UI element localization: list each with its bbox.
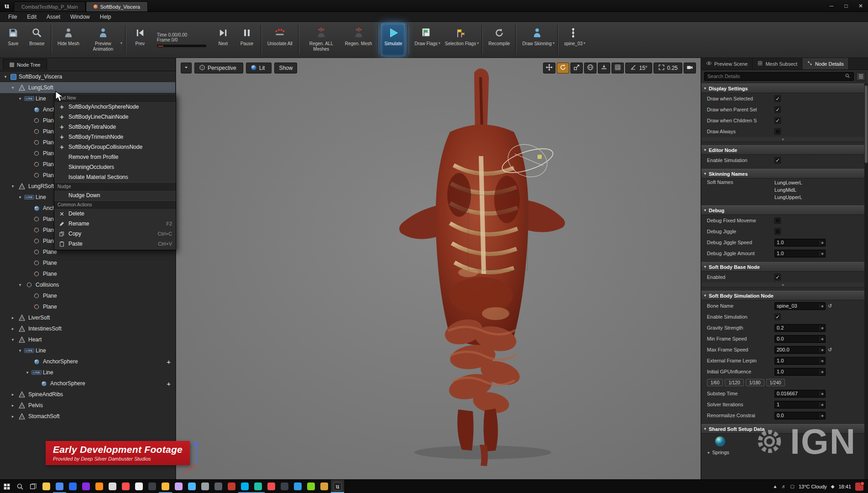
tree-item-pelvis[interactable]: ▸Pelvis bbox=[0, 400, 175, 411]
spinner-icon[interactable] bbox=[820, 325, 823, 330]
context-menu-item-skinningoccluders[interactable]: SkinningOccluders bbox=[54, 162, 176, 172]
property-input[interactable]: 1.0 bbox=[774, 357, 826, 365]
browse-button[interactable]: Browse bbox=[26, 23, 48, 56]
scale-tool[interactable] bbox=[570, 63, 583, 73]
view-mode-selector[interactable]: Lit bbox=[246, 63, 272, 73]
tree-expand-arrow[interactable]: ▾ bbox=[3, 74, 8, 79]
tree-item-stomachsoft[interactable]: ▸StomachSoft bbox=[0, 411, 175, 422]
fps-preset-1-180-button[interactable]: 1/180 bbox=[746, 379, 764, 386]
section-header-editor-node[interactable]: ▾Editor Node bbox=[701, 145, 864, 155]
grid-snap-toggle[interactable] bbox=[612, 63, 624, 73]
section-collapse-arrow[interactable]: ▾ bbox=[704, 172, 706, 176]
reset-to-default-button[interactable]: ↺ bbox=[828, 347, 832, 353]
property-input[interactable]: spine_03 bbox=[774, 302, 826, 310]
taskbar-app-icon[interactable] bbox=[318, 480, 331, 493]
property-input[interactable]: 0.0 bbox=[774, 335, 826, 343]
tray-shield-icon[interactable]: ◆ bbox=[831, 484, 835, 489]
tree-item-plane[interactable]: Plane bbox=[0, 290, 175, 301]
taskbar-app-icon[interactable] bbox=[265, 480, 278, 493]
tree-item-lunglsoft[interactable]: ▾LungLSoft bbox=[0, 82, 175, 93]
taskbar-start-icon[interactable] bbox=[0, 480, 13, 493]
property-checkbox[interactable]: ✓ bbox=[774, 157, 781, 163]
section-collapse-arrow[interactable]: ▾ bbox=[704, 294, 706, 298]
reset-to-default-button[interactable]: ↺ bbox=[828, 303, 832, 309]
taskbar-app-icon[interactable] bbox=[40, 480, 53, 493]
spine-03-button[interactable]: spine_03▾ bbox=[561, 23, 586, 56]
menu-help[interactable]: Help bbox=[95, 13, 116, 21]
taskbar-app-icon[interactable] bbox=[66, 480, 79, 493]
taskbar-unreal-icon[interactable]: u bbox=[331, 480, 344, 493]
context-menu-item-isolate-material-sections[interactable]: Isolate Material Sections bbox=[54, 172, 176, 182]
context-menu-item-softbodytrimeshnode[interactable]: SoftBodyTrimeshNode bbox=[54, 132, 176, 142]
section-collapse-arrow[interactable]: ▾ bbox=[704, 427, 706, 431]
selection-flags-button[interactable]: Selection Flags▾ bbox=[442, 23, 479, 56]
taskbar-app-icon[interactable] bbox=[304, 480, 318, 493]
property-checkbox[interactable] bbox=[774, 217, 781, 224]
tree-expand-arrow[interactable]: ▸ bbox=[10, 392, 16, 397]
tree-item-spineandribs[interactable]: ▸SpineAndRibs bbox=[0, 389, 175, 400]
property-input[interactable]: 1.0 bbox=[774, 368, 826, 376]
scrollbar-thumb[interactable] bbox=[865, 85, 868, 163]
weather-widget[interactable]: 13°C Cloudy bbox=[799, 484, 827, 489]
tree-item-liversoft[interactable]: ▸LiverSoft bbox=[0, 312, 175, 323]
surface-snap-toggle[interactable] bbox=[598, 63, 610, 73]
minimize-button[interactable]: ─ bbox=[824, 0, 839, 11]
property-checkbox[interactable]: ✓ bbox=[774, 106, 781, 113]
simulate-button[interactable]: Simulate bbox=[381, 23, 405, 56]
tab-mesh-subsect[interactable]: Mesh Subsect bbox=[753, 58, 802, 69]
camera-speed[interactable] bbox=[684, 63, 696, 73]
perspective-selector[interactable]: Perspective bbox=[194, 63, 243, 73]
tree-item-line[interactable]: ▾LINELine bbox=[0, 367, 175, 378]
add-node-button[interactable]: + bbox=[167, 380, 171, 388]
tray-expand-icon[interactable]: ▲ bbox=[773, 484, 778, 489]
taskbar-app-icon[interactable] bbox=[159, 480, 172, 493]
scale-snap[interactable]: 0.25 bbox=[654, 63, 682, 73]
add-node-button[interactable]: + bbox=[167, 358, 171, 366]
dropdown-caret-icon[interactable]: ▾ bbox=[584, 41, 586, 45]
context-menu-item-rename[interactable]: RenameF2 bbox=[54, 219, 176, 229]
tree-expand-arrow[interactable]: ▾ bbox=[17, 96, 23, 101]
document-tab-combattestmap-p-main[interactable]: CombatTestMap_P_Main bbox=[14, 1, 86, 11]
menu-window[interactable]: Window bbox=[66, 13, 94, 21]
taskbar-app-icon[interactable] bbox=[132, 480, 146, 493]
tree-expand-arrow[interactable]: ▾ bbox=[17, 348, 23, 353]
close-button[interactable]: ✕ bbox=[853, 0, 868, 11]
taskbar-app-icon[interactable] bbox=[238, 480, 251, 493]
tree-expand-arrow[interactable]: ▾ bbox=[10, 184, 16, 189]
property-input[interactable]: 200.0 bbox=[774, 346, 826, 354]
property-checkbox[interactable]: ✓ bbox=[774, 314, 781, 320]
tree-item-intestinessoft[interactable]: ▸IntestinesSoft bbox=[0, 323, 175, 334]
context-menu-item-softbodygroupcollisionsnode[interactable]: SoftBodyGroupCollisionsNode bbox=[54, 142, 176, 152]
section-header-debug[interactable]: ▾Debug bbox=[701, 205, 864, 215]
regen-all-meshes-button[interactable]: Regen. ALL Meshes bbox=[302, 23, 341, 56]
rotation-snap[interactable]: 15° bbox=[625, 63, 652, 73]
property-input[interactable]: 0.016667 bbox=[774, 390, 826, 398]
spinner-icon[interactable] bbox=[820, 358, 823, 363]
taskbar-app-icon[interactable] bbox=[172, 480, 185, 493]
section-collapse-arrow[interactable]: ▾ bbox=[704, 265, 706, 269]
tree-expand-arrow[interactable]: ▾ bbox=[17, 283, 23, 287]
notifications-icon[interactable] bbox=[855, 483, 863, 491]
context-menu-item-remove-from-profile[interactable]: Remove from Profile bbox=[54, 152, 176, 162]
context-menu-item-copy[interactable]: CopyCtrl+C bbox=[54, 229, 176, 239]
tree-expand-arrow[interactable]: ▾ bbox=[10, 337, 16, 342]
tray-network-icon[interactable]: ▢ bbox=[790, 484, 794, 489]
menu-asset[interactable]: Asset bbox=[42, 13, 65, 21]
dropdown-caret-icon[interactable]: ▾ bbox=[439, 41, 440, 45]
tree-item-anchorsphere[interactable]: AnchorSphere+ bbox=[0, 356, 175, 367]
tree-item-plane[interactable]: Plane bbox=[0, 268, 175, 279]
tree-item-line[interactable]: ▾LINELine bbox=[0, 345, 175, 356]
taskbar-app-icon[interactable] bbox=[106, 480, 119, 493]
section-header-soft-body-base-node[interactable]: ▾Soft Body Base Node bbox=[701, 262, 864, 272]
property-input[interactable]: 1.0 bbox=[774, 239, 826, 246]
recompile-button[interactable]: Recompile bbox=[485, 23, 513, 56]
tree-item-plane[interactable]: Plane bbox=[0, 301, 175, 312]
taskbar-app-icon[interactable] bbox=[53, 480, 66, 493]
preview-animation-button[interactable]: Preview Animation▾ bbox=[84, 23, 123, 56]
tree-expand-arrow[interactable]: ▸ bbox=[10, 403, 16, 408]
taskbar-app-icon[interactable] bbox=[119, 480, 132, 493]
unisolate-all-button[interactable]: Unisolate All bbox=[264, 23, 296, 56]
section-collapse-arrow[interactable]: ▾ bbox=[704, 86, 706, 90]
property-input[interactable]: 0.0 bbox=[774, 412, 826, 420]
tab-preview-scene[interactable]: Preview Scene bbox=[701, 58, 753, 69]
